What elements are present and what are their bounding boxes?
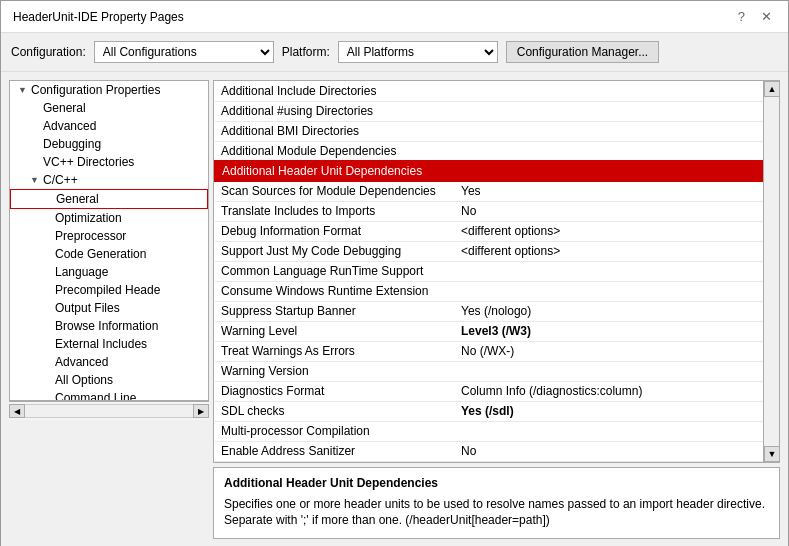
tree-item-label-output-files: Output Files (55, 301, 120, 315)
tree-item-label-browse-info: Browse Information (55, 319, 158, 333)
tree-item-browse-info[interactable]: Browse Information (10, 317, 208, 335)
prop-row[interactable]: Multi-processor Compilation (215, 421, 778, 441)
tree-item-label-vcpp-dirs: VC++ Directories (43, 155, 134, 169)
prop-row[interactable]: Additional Include Directories (215, 81, 778, 101)
prop-name: Debug Information Format (215, 221, 455, 241)
prop-row[interactable]: Additional Header Unit Dependencies (215, 161, 778, 181)
config-select[interactable]: All Configurations (94, 41, 274, 63)
prop-name: Additional #using Directories (215, 101, 455, 121)
prop-name: Common Language RunTime Support (215, 261, 455, 281)
prop-row[interactable]: Diagnostics FormatColumn Info (/diagnost… (215, 381, 778, 401)
tree-item-cpp[interactable]: ▼C/C++ (10, 171, 208, 189)
scroll-right-btn[interactable]: ▶ (193, 404, 209, 418)
prop-value (455, 101, 778, 121)
prop-row[interactable]: Suppress Startup BannerYes (/nologo) (215, 301, 778, 321)
tree-item-preprocessor[interactable]: Preprocessor (10, 227, 208, 245)
prop-name: Additional Include Directories (215, 81, 455, 101)
tree-item-code-gen[interactable]: Code Generation (10, 245, 208, 263)
tree-item-label-preprocessor: Preprocessor (55, 229, 126, 243)
tree-item-precompiled[interactable]: Precompiled Heade (10, 281, 208, 299)
scroll-left-btn[interactable]: ◀ (9, 404, 25, 418)
tree-item-label-config-props: Configuration Properties (31, 83, 160, 97)
prop-value: <different options> (455, 221, 778, 241)
prop-row[interactable]: Common Language RunTime Support (215, 261, 778, 281)
prop-row[interactable]: Additional #using Directories (215, 101, 778, 121)
description-panel: Additional Header Unit Dependencies Spec… (213, 467, 780, 539)
tree-item-cmdline[interactable]: Command Line (10, 389, 208, 401)
props-scrollbar[interactable]: ▲ ▼ (763, 81, 779, 462)
prop-name: Diagnostics Format (215, 381, 455, 401)
tree-scroll-content: ▼Configuration PropertiesGeneralAdvanced… (9, 80, 209, 401)
property-pages-window: HeaderUnit-IDE Property Pages ? ✕ Config… (0, 0, 789, 546)
props-table-wrapper: Additional Include DirectoriesAdditional… (213, 80, 780, 463)
props-table: Additional Include DirectoriesAdditional… (214, 81, 779, 462)
title-controls: ? ✕ (734, 9, 776, 24)
tree-item-all-options[interactable]: All Options (10, 371, 208, 389)
prop-row[interactable]: Scan Sources for Module DependenciesYes (215, 181, 778, 201)
main-content: ▼Configuration PropertiesGeneralAdvanced… (1, 72, 788, 546)
tree-item-label-all-options: All Options (55, 373, 113, 387)
expand-icon-cpp[interactable]: ▼ (30, 175, 40, 185)
close-button[interactable]: ✕ (757, 9, 776, 24)
tree-item-general[interactable]: General (10, 99, 208, 117)
expand-icon-config-props[interactable]: ▼ (18, 85, 28, 95)
config-manager-button[interactable]: Configuration Manager... (506, 41, 659, 63)
prop-name: Treat Warnings As Errors (215, 341, 455, 361)
prop-row[interactable]: SDL checksYes (/sdl) (215, 401, 778, 421)
tree-item-label-precompiled: Precompiled Heade (55, 283, 160, 297)
tree-item-vcpp-dirs[interactable]: VC++ Directories (10, 153, 208, 171)
scroll-down-btn[interactable]: ▼ (764, 446, 780, 462)
help-button[interactable]: ? (734, 9, 749, 24)
config-bar: Configuration: All Configurations Platfo… (1, 33, 788, 72)
tree-item-debugging[interactable]: Debugging (10, 135, 208, 153)
prop-name: Enable Address Sanitizer (215, 441, 455, 461)
prop-row[interactable]: Treat Warnings As ErrorsNo (/WX-) (215, 341, 778, 361)
prop-value (455, 141, 778, 161)
prop-row[interactable]: Additional Module Dependencies (215, 141, 778, 161)
tree-item-label-advanced2: Advanced (55, 355, 108, 369)
prop-value: Yes (/nologo) (455, 301, 778, 321)
tree-item-config-props[interactable]: ▼Configuration Properties (10, 81, 208, 99)
prop-value (455, 261, 778, 281)
prop-name: Support Just My Code Debugging (215, 241, 455, 261)
tree-item-advanced-top[interactable]: Advanced (10, 117, 208, 135)
prop-row[interactable]: Warning Version (215, 361, 778, 381)
prop-row[interactable]: Debug Information Format<different optio… (215, 221, 778, 241)
prop-value: Yes (/sdl) (455, 401, 778, 421)
prop-value: No (455, 441, 778, 461)
prop-row[interactable]: Enable Address SanitizerNo (215, 441, 778, 461)
desc-text: Specifies one or more header units to be… (224, 496, 769, 530)
tree-item-label-cpp: C/C++ (43, 173, 78, 187)
prop-row[interactable]: Support Just My Code Debugging<different… (215, 241, 778, 261)
prop-row[interactable]: Consume Windows Runtime Extension (215, 281, 778, 301)
tree-item-label-language: Language (55, 265, 108, 279)
prop-name: SDL checks (215, 401, 455, 421)
tree-item-language[interactable]: Language (10, 263, 208, 281)
tree-item-label-cpp-general: General (56, 192, 99, 206)
prop-name: Additional Module Dependencies (215, 141, 455, 161)
prop-name: Additional BMI Directories (215, 121, 455, 141)
tree-item-ext-includes[interactable]: External Includes (10, 335, 208, 353)
prop-row[interactable]: Translate Includes to ImportsNo (215, 201, 778, 221)
prop-row[interactable]: Additional BMI Directories (215, 121, 778, 141)
tree-item-label-general: General (43, 101, 86, 115)
prop-name: Warning Version (215, 361, 455, 381)
tree-item-output-files[interactable]: Output Files (10, 299, 208, 317)
prop-value: <different options> (455, 241, 778, 261)
tree-item-optimization[interactable]: Optimization (10, 209, 208, 227)
prop-value (455, 121, 778, 141)
tree-item-advanced2[interactable]: Advanced (10, 353, 208, 371)
prop-name: Additional Header Unit Dependencies (215, 161, 455, 181)
window-title: HeaderUnit-IDE Property Pages (13, 10, 184, 24)
tree-item-label-debugging: Debugging (43, 137, 101, 151)
prop-row[interactable]: Warning LevelLevel3 (/W3) (215, 321, 778, 341)
horiz-scrollbar[interactable]: ◀ ▶ (9, 401, 209, 420)
prop-value (455, 81, 778, 101)
scroll-track (25, 404, 193, 418)
scroll-up-btn[interactable]: ▲ (764, 81, 780, 97)
platform-select[interactable]: All Platforms (338, 41, 498, 63)
tree-item-label-cmdline: Command Line (55, 391, 136, 401)
tree-item-cpp-general[interactable]: General (10, 189, 208, 209)
config-label: Configuration: (11, 45, 86, 59)
desc-title: Additional Header Unit Dependencies (224, 476, 769, 490)
